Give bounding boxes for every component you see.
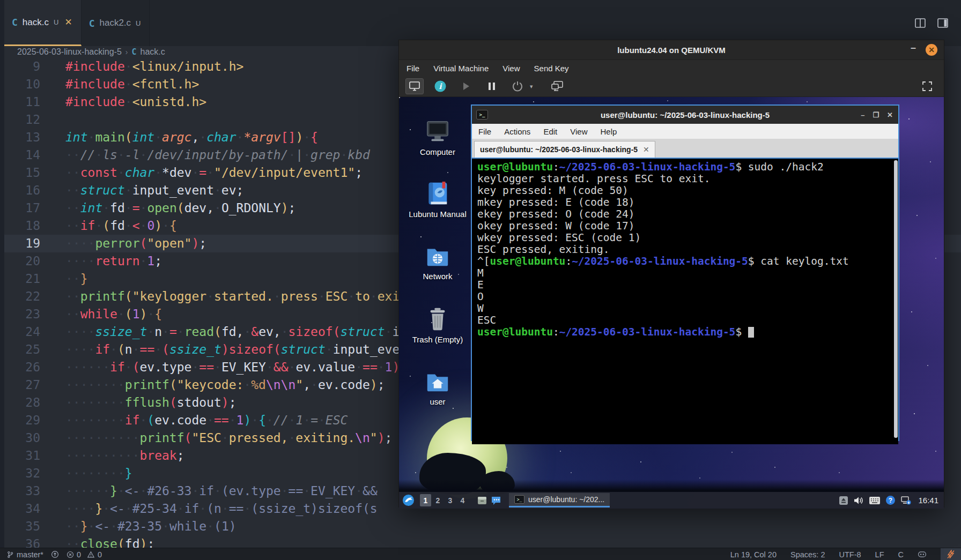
terminal-menu-edit[interactable]: Edit xyxy=(543,127,557,136)
line-number: 20 xyxy=(4,252,40,270)
notification-badge-icon[interactable]: ? xyxy=(885,495,896,505)
eol-setting[interactable]: LF xyxy=(875,550,884,559)
line-number: 10 xyxy=(4,76,40,93)
horizon xyxy=(399,480,944,492)
fullscreen-icon[interactable] xyxy=(918,78,936,94)
close-button[interactable]: ✕ xyxy=(926,44,937,56)
qemu-title-bar[interactable]: lubuntu24.04 on QEMU/KVM – ✕ xyxy=(399,40,944,60)
line-number: 18 xyxy=(4,217,40,235)
terminal-line: wkey pressed: ESC (code 1) xyxy=(477,232,898,244)
indentation-setting[interactable]: Spaces: 2 xyxy=(790,550,825,559)
qemu-menu-view[interactable]: View xyxy=(502,64,520,73)
file-manager-icon[interactable] xyxy=(477,495,487,506)
terminal-window: >_ user@lubuntu: ~/2025-06-03-linux-hack… xyxy=(471,104,899,441)
terminal-menu-file[interactable]: File xyxy=(478,127,491,136)
line-content: ··const·char·*dev·=·"/dev/input/event1"; xyxy=(40,164,363,182)
workspace-button-2[interactable]: 2 xyxy=(432,494,443,506)
chevron-right-icon: › xyxy=(125,48,128,56)
problems-item[interactable]: 0 0 xyxy=(66,550,102,559)
line-content: ····}·<-·#25-34·if·(n·==·(ssize_t)sizeof… xyxy=(40,500,378,518)
terminal-content[interactable]: user@lubuntu:~/2025-06-03-linux-hacking-… xyxy=(472,158,898,444)
vm-info-button[interactable]: i xyxy=(431,78,449,94)
terminal-line: ESC xyxy=(477,315,898,326)
workspace-button-4[interactable]: 4 xyxy=(457,494,468,506)
terminal-scrollbar[interactable] xyxy=(894,160,898,438)
removable-media-icon[interactable] xyxy=(839,496,848,505)
line-content: ··········break; xyxy=(40,447,184,465)
terminal-line: user@lubuntu:~/2025-06-03-linux-hacking-… xyxy=(477,161,898,173)
qemu-menu-virtual-machine[interactable]: Virtual Machine xyxy=(433,64,489,73)
vm-pause-button[interactable] xyxy=(483,78,501,94)
line-content: ··while·(1)·{ xyxy=(40,305,162,323)
breadcrumb-folder[interactable]: 2025-06-03-linux-hacking-5 xyxy=(17,47,122,57)
console-display-button[interactable] xyxy=(405,78,424,94)
line-number: 27 xyxy=(4,376,40,394)
split-editor-icon[interactable] xyxy=(914,17,927,29)
terminal-window-title: user@lubuntu: ~/2025-06-03-linux-hacking… xyxy=(472,110,898,120)
encoding-setting[interactable]: UTF-8 xyxy=(839,550,861,559)
tab-close-icon[interactable]: ✕ xyxy=(643,145,649,154)
shutdown-menu-caret[interactable]: ▾ xyxy=(530,83,533,90)
line-content: int·main(int·argc,·char·*argv[])·{ xyxy=(40,129,318,146)
vm-shutdown-button[interactable] xyxy=(508,78,527,94)
volume-icon[interactable] xyxy=(853,496,864,505)
network-status-icon[interactable] xyxy=(900,496,911,505)
terminal-icon: >_ xyxy=(514,495,524,504)
language-mode[interactable]: C xyxy=(898,550,904,559)
desktop-icon-trash[interactable]: Trash (Empty) xyxy=(412,306,463,344)
line-content: ··//·ls·-l·/dev/input/by-path/·|·grep·kb… xyxy=(40,146,370,164)
clipboard-chat-icon[interactable] xyxy=(491,495,501,506)
code-line-35[interactable]: 35··}·<-·#23-35·while·(1) xyxy=(4,518,961,535)
line-content: ······if·(ev.type·==·EV_KEY·&&·ev.value·… xyxy=(40,359,415,376)
terminal-menu-actions[interactable]: Actions xyxy=(504,127,530,136)
line-number: 21 xyxy=(4,270,40,288)
editor-layout-icon[interactable] xyxy=(936,17,949,29)
code-line-36[interactable]: 36··close(fd); xyxy=(4,535,961,548)
terminal-menu-bar: FileActionsEditViewHelp xyxy=(472,124,898,139)
editor-tab-hack2.c[interactable]: Chack2.cU xyxy=(82,0,150,46)
desktop-icon-network[interactable]: Network xyxy=(412,243,463,281)
desktop-icon-manual[interactable]: Lubuntu Manual xyxy=(412,181,463,219)
terminal-minimize-button[interactable]: – xyxy=(861,111,864,119)
qemu-window: lubuntu24.04 on QEMU/KVM – ✕ FileVirtual… xyxy=(398,40,944,507)
terminal-menu-help[interactable]: Help xyxy=(600,127,617,136)
qemu-menu-send-key[interactable]: Send Key xyxy=(534,64,569,73)
breadcrumb-file[interactable]: hack.c xyxy=(140,47,165,57)
line-number: 13 xyxy=(4,129,40,146)
desktop-icon-computer[interactable]: Computer xyxy=(412,118,463,156)
publish-changes-icon[interactable] xyxy=(51,550,59,558)
vm-run-button[interactable] xyxy=(457,78,475,94)
workspace-button-3[interactable]: 3 xyxy=(445,494,456,506)
tab-close-icon[interactable]: ✕ xyxy=(64,17,72,28)
taskbar-task-button[interactable]: >_ user@lubuntu: ~/202... xyxy=(509,493,610,507)
terminal-menu-view[interactable]: View xyxy=(570,127,587,136)
workspace-button-1[interactable]: 1 xyxy=(420,494,431,506)
line-number: 23 xyxy=(4,305,40,323)
terminal-tab[interactable]: user@lubuntu: ~/2025-06-03-linux-hacking… xyxy=(474,141,655,158)
terminal-title-bar[interactable]: >_ user@lubuntu: ~/2025-06-03-linux-hack… xyxy=(472,106,898,124)
terminal-close-button[interactable]: ✕ xyxy=(887,111,893,119)
desktop-icon-user[interactable]: user xyxy=(412,368,463,406)
line-content: #include·<linux/input.h> xyxy=(40,58,243,76)
line-number: 28 xyxy=(4,394,40,412)
git-status-badge: U xyxy=(136,19,141,27)
cursor-position[interactable]: Ln 19, Col 20 xyxy=(730,550,777,559)
copilot-icon[interactable] xyxy=(918,550,927,558)
lightning-disabled-icon[interactable] xyxy=(941,548,961,560)
vm-display[interactable]: ComputerLubuntu ManualNetworkTrash (Empt… xyxy=(399,97,944,509)
stars xyxy=(399,97,400,98)
terminal-line: ekey pressed: O (code 24) xyxy=(477,208,898,220)
taskbar-clock[interactable]: 16:41 xyxy=(918,496,938,505)
qemu-menu-file[interactable]: File xyxy=(406,64,419,73)
screen: Chack.cU✕Chack2.cU 2025-06-03-linux-hack… xyxy=(0,0,961,560)
virtual-displays-button[interactable] xyxy=(548,78,566,94)
terminal-line: M xyxy=(477,267,898,279)
lubuntu-menu-icon[interactable] xyxy=(402,494,415,506)
editor-tab-hack.c[interactable]: Chack.cU✕ xyxy=(4,0,82,46)
editor-left-edge xyxy=(0,0,4,548)
minimize-button[interactable]: – xyxy=(911,42,916,54)
git-branch-item[interactable]: master* xyxy=(6,550,43,559)
terminal-maximize-button[interactable]: ❐ xyxy=(873,111,879,119)
keyboard-layout-icon[interactable] xyxy=(869,496,881,505)
warnings-icon xyxy=(87,551,95,558)
